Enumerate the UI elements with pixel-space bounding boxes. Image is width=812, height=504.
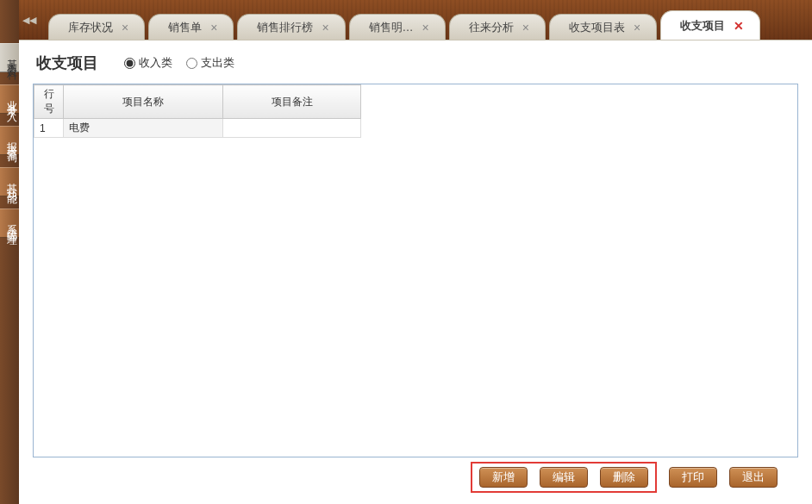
cell-name[interactable]: 电费 — [64, 119, 223, 138]
close-icon[interactable]: ✕ — [734, 20, 744, 32]
left-tab-system-mgmt[interactable]: 系统管理 — [0, 208, 19, 238]
print-button[interactable]: 打印 — [669, 467, 717, 488]
col-header-remark[interactable]: 项目备注 — [223, 85, 361, 119]
tab-inventory[interactable]: 库存状况 × — [48, 14, 145, 40]
tab-scroll-left-icon[interactable]: ◀◀ — [19, 0, 36, 40]
left-tab-basic-data[interactable]: 基本资料 — [0, 43, 19, 72]
tab-label: 往来分析 — [469, 20, 514, 35]
close-icon[interactable]: × — [522, 22, 529, 34]
tab-label: 销售明… — [369, 20, 414, 35]
tab-inout-item[interactable]: 收支项目 ✕ — [660, 10, 760, 40]
close-icon[interactable]: × — [122, 22, 128, 34]
add-button[interactable]: 新增 — [479, 467, 528, 488]
delete-button[interactable]: 删除 — [600, 467, 648, 488]
tab-ar-analysis[interactable]: 往来分析 × — [449, 14, 546, 40]
content-panel: 收支项目 收入类 支出类 行号 项目名称 项目备注 — [19, 40, 812, 504]
tab-sales-detail[interactable]: 销售明… × — [349, 14, 446, 40]
table-row[interactable]: 1 电费 — [34, 119, 361, 138]
tabs: 库存状况 × 销售单 × 销售排行榜 × 销售明… × 往来分析 × 收支项目表… — [48, 10, 760, 40]
left-tab-other-func[interactable]: 其它功能 — [0, 167, 19, 196]
grid-header-row: 行号 项目名称 项目备注 — [34, 85, 361, 119]
close-icon[interactable]: × — [322, 22, 328, 34]
col-header-rownum[interactable]: 行号 — [34, 85, 64, 119]
left-tab-report-query[interactable]: 报表查询 — [0, 126, 19, 155]
close-icon[interactable]: × — [634, 22, 640, 34]
tab-label: 库存状况 — [68, 20, 113, 35]
radio-expense-input[interactable] — [186, 58, 197, 69]
main-column: ◀◀ 库存状况 × 销售单 × 销售排行榜 × 销售明… × 往来分析 × — [19, 0, 812, 504]
radio-expense-label: 支出类 — [201, 55, 234, 71]
tabstrip: ◀◀ 库存状况 × 销售单 × 销售排行榜 × 销售明… × 往来分析 × — [19, 0, 812, 40]
tab-label: 收支项目 — [680, 18, 725, 34]
radio-income-input[interactable] — [124, 58, 135, 69]
tab-inout-table[interactable]: 收支项目表 × — [549, 14, 657, 40]
radio-income-label: 收入类 — [139, 55, 172, 71]
highlighted-button-group: 新增 编辑 删除 — [471, 462, 657, 493]
data-grid[interactable]: 行号 项目名称 项目备注 1 电费 — [33, 84, 798, 457]
col-header-name[interactable]: 项目名称 — [64, 85, 223, 119]
cell-remark[interactable] — [223, 119, 361, 138]
radio-income[interactable]: 收入类 — [124, 55, 172, 71]
left-rail-spacer — [0, 0, 19, 43]
double-chevron-left-icon: ◀◀ — [22, 16, 36, 25]
panel-title: 收支项目 — [36, 53, 98, 73]
exit-button[interactable]: 退出 — [729, 467, 778, 488]
footer-toolbar: 新增 编辑 删除 打印 退出 — [33, 457, 798, 497]
left-rail: 基本资料 业务录入 报表查询 其它功能 系统管理 — [0, 0, 19, 504]
panel-header: 收支项目 收入类 支出类 — [33, 51, 798, 84]
edit-button[interactable]: 编辑 — [540, 467, 588, 488]
close-icon[interactable]: × — [210, 22, 217, 34]
tab-sales-order[interactable]: 销售单 × — [148, 14, 234, 40]
tab-label: 销售单 — [168, 20, 202, 35]
grid-table: 行号 项目名称 项目备注 1 电费 — [34, 84, 361, 138]
left-tab-business-entry[interactable]: 业务录入 — [0, 84, 19, 114]
cell-rownum: 1 — [34, 119, 64, 138]
category-radio-group: 收入类 支出类 — [124, 55, 234, 71]
radio-expense[interactable]: 支出类 — [186, 55, 234, 71]
tab-sales-rank[interactable]: 销售排行榜 × — [237, 14, 345, 40]
tab-label: 销售排行榜 — [257, 20, 313, 35]
tab-label: 收支项目表 — [569, 20, 625, 35]
close-icon[interactable]: × — [422, 22, 429, 34]
